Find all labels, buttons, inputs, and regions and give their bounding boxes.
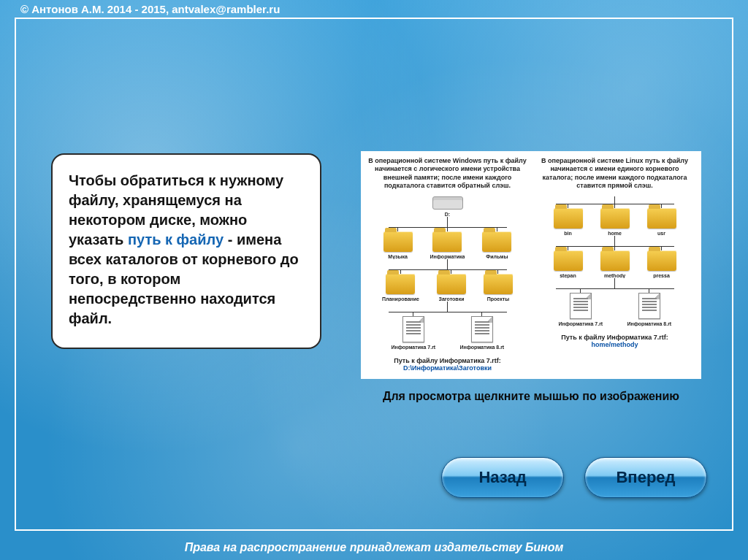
folder-label: bin xyxy=(564,231,572,236)
folder-icon xyxy=(484,274,513,294)
connector-line xyxy=(614,236,615,246)
connector-line xyxy=(614,278,615,288)
linux-column: В операционной системе Linux путь к файл… xyxy=(533,157,697,372)
frame-border xyxy=(15,18,16,531)
footer-rights: Права на распространение принадлежат изд… xyxy=(0,541,748,554)
file-label: Информатика 7.rtf xyxy=(392,345,435,350)
path-value: home/methody xyxy=(591,341,638,348)
path-caption: Путь к файлу Информатика 7.rtf: xyxy=(561,334,668,341)
folder-label: stepan xyxy=(560,273,576,278)
folder-label: usr xyxy=(657,231,665,236)
folder-row: bin home usr xyxy=(533,208,697,236)
folder-icon xyxy=(386,274,415,294)
folder-label: Проекты xyxy=(487,296,509,302)
click-hint: Для просмотра щелкните мышью по изображе… xyxy=(361,389,701,404)
folder-icon xyxy=(600,250,630,271)
folder-label: Информатика xyxy=(430,254,465,259)
back-button[interactable]: Назад xyxy=(441,457,564,498)
folder-icon xyxy=(432,231,462,252)
windows-heading: В операционной системе Windows путь к фа… xyxy=(365,157,530,196)
linux-heading: В операционной системе Linux путь к файл… xyxy=(533,157,697,196)
folder-label: pressa xyxy=(653,273,670,278)
folder-label: Планирование xyxy=(382,296,419,302)
frame-border xyxy=(15,529,733,531)
hdd-icon xyxy=(432,196,463,210)
file-label: Информатика 7.rtf xyxy=(559,321,603,326)
document-icon xyxy=(638,293,660,319)
frame-border xyxy=(732,18,733,531)
main-text-highlight: путь к файлу xyxy=(128,231,224,248)
document-icon xyxy=(402,316,424,342)
file-row: Информатика 7.rtf Информатика 8.rtf xyxy=(533,293,697,326)
path-caption: Путь к файлу Информатика 7.rtf: xyxy=(394,357,501,364)
frame-border xyxy=(15,18,733,19)
document-icon xyxy=(570,293,592,319)
file-label: Информатика 8.rtf xyxy=(627,321,671,326)
folder-row: Музыка Информатика Фильмы xyxy=(365,231,530,259)
path-value: D:\Информатика\Заготовки xyxy=(403,364,492,372)
folder-label: Музыка xyxy=(388,254,408,259)
folder-row: stepan methody pressa xyxy=(533,250,697,278)
folder-label: Заготовки xyxy=(439,296,465,302)
connector-line xyxy=(447,217,448,227)
filesystem-diagram[interactable]: В операционной системе Windows путь к фа… xyxy=(361,151,701,379)
folder-icon xyxy=(482,231,511,252)
folder-label: home xyxy=(608,231,622,236)
diagram-area[interactable]: В операционной системе Windows путь к фа… xyxy=(361,151,701,404)
forward-button[interactable]: Вперед xyxy=(584,457,707,498)
connector-line xyxy=(447,259,448,269)
folder-row: Планирование Заготовки Проекты xyxy=(365,274,530,302)
file-label: Информатика 8.rtf xyxy=(460,345,504,350)
folder-icon xyxy=(554,208,583,229)
folder-icon xyxy=(437,274,466,294)
copyright-text: © Антонов А.М. 2014 - 2015, antvalex@ram… xyxy=(20,3,280,15)
folder-icon xyxy=(647,250,676,271)
folder-label: methody xyxy=(604,273,625,278)
folder-icon xyxy=(647,208,676,229)
folder-icon xyxy=(554,250,583,271)
folder-icon xyxy=(600,208,630,229)
connector-line xyxy=(447,302,448,312)
windows-column: В операционной системе Windows путь к фа… xyxy=(365,157,530,372)
folder-icon xyxy=(383,231,413,252)
document-icon xyxy=(471,316,493,342)
file-row: Информатика 7.rtf Информатика 8.rtf xyxy=(365,316,530,350)
folder-label: Фильмы xyxy=(486,254,508,259)
root-label: D: xyxy=(445,212,450,217)
main-explanation-box: Чтобы обратиться к нужному файлу, хранящ… xyxy=(51,153,321,349)
connector-line xyxy=(614,196,615,204)
